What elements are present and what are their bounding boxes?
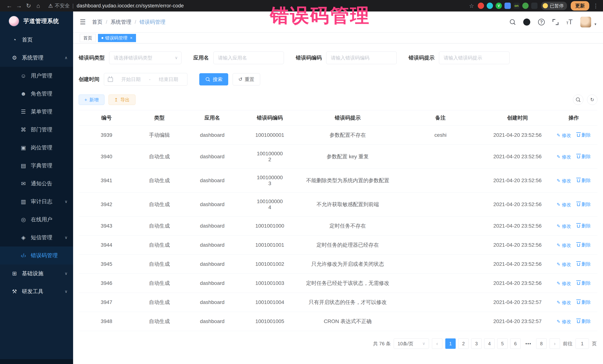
delete-link[interactable]: 删除 [577, 318, 591, 324]
sidebar-item-error-code[interactable]: ‹/›错误码管理 [0, 246, 73, 265]
app-name-input[interactable] [213, 52, 284, 64]
delete-link[interactable]: 删除 [577, 299, 591, 305]
extension-puzzle-icon[interactable] [531, 3, 537, 9]
edit-link[interactable]: ✎修改 [557, 223, 571, 229]
edit-link[interactable]: ✎修改 [557, 242, 571, 248]
sidebar-item-infra[interactable]: ⊞基础设施∨ [0, 265, 73, 282]
error-type-select[interactable] [109, 52, 181, 64]
extension-green-paw-icon[interactable] [522, 3, 529, 9]
sidebar-item-online-user[interactable]: ◎在线用户 [0, 210, 73, 229]
close-icon[interactable]: × [130, 36, 132, 40]
delete-link[interactable]: 删除 [577, 242, 591, 248]
delete-link[interactable]: 删除 [577, 223, 591, 229]
page-button-5[interactable]: 5 [497, 338, 508, 349]
cell-msg: 不能删除类型为系统内置的参数配置 [300, 169, 396, 193]
table-row: 3948 自动生成 dashboard 1001001005 CRON 表达式不… [79, 312, 597, 331]
goto-page-input[interactable] [576, 338, 589, 349]
extension-on-badge-icon[interactable]: on [513, 3, 520, 9]
update-button[interactable]: 更新 [571, 1, 589, 11]
extension-red-circle-icon[interactable] [478, 3, 484, 9]
page-button-6[interactable]: 6 [510, 338, 521, 349]
chevron-down-icon: ∨ [65, 289, 68, 294]
avatar-caret-icon[interactable]: ▾ [594, 22, 596, 26]
delete-link[interactable]: 删除 [577, 201, 591, 207]
sidebar-item-dept[interactable]: ⌘部门管理 [0, 121, 73, 139]
edit-link[interactable]: ✎修改 [557, 280, 571, 287]
help-icon[interactable] [538, 19, 545, 25]
sidebar-item-role[interactable]: ☻角色管理 [0, 85, 73, 103]
fullscreen-icon[interactable] [553, 19, 558, 25]
sidebar-item-system[interactable]: ⚙系统管理∧ [0, 49, 73, 67]
paused-badge[interactable]: 已暂停 [541, 2, 567, 10]
edit-link[interactable]: ✎修改 [557, 299, 571, 306]
edit-link[interactable]: ✎修改 [557, 202, 571, 208]
page-button-2[interactable]: 2 [458, 338, 469, 349]
next-page-button[interactable]: › [550, 338, 560, 349]
sidebar-item-audit-log[interactable]: ▥审计日志∨ [0, 193, 73, 210]
extension-teal-drop-icon[interactable] [487, 3, 493, 9]
edit-link[interactable]: ✎修改 [557, 154, 571, 160]
page-button-8[interactable]: 8 [536, 338, 547, 349]
delete-link[interactable]: 删除 [577, 177, 591, 184]
table-row: 3946 自动生成 dashboard 1001001003 定时任务已经处于该… [79, 274, 597, 293]
page-size-select[interactable] [394, 338, 429, 349]
browser-menu-icon[interactable]: ⋮ [593, 3, 599, 9]
address-bar[interactable]: ⚠ 不安全 | dashboard.yudao.iocoder.cn/syste… [48, 2, 469, 9]
refresh-button[interactable]: ↻ [587, 95, 597, 105]
tab-错误码管理[interactable]: 错误码管理× [98, 34, 136, 42]
page-button-3[interactable]: 3 [471, 338, 482, 349]
breadcrumb-item[interactable]: 首页 [92, 19, 103, 26]
export-button[interactable]: ↥ 导出 [109, 95, 135, 105]
delete-link[interactable]: 删除 [577, 280, 591, 286]
edit-link[interactable]: ✎修改 [557, 261, 571, 267]
extension-icons: Von [478, 3, 537, 9]
delete-link[interactable]: 删除 [577, 261, 591, 267]
add-button[interactable]: + 新增 [79, 95, 104, 105]
page-button-4[interactable]: 4 [484, 338, 495, 349]
forward-icon[interactable]: → [14, 2, 24, 9]
sidebar-item-user[interactable]: ☺用户管理 [0, 67, 73, 85]
app-logo[interactable]: 芋道管理系统 [0, 11, 73, 31]
font-size-icon[interactable] [566, 18, 573, 26]
breadcrumb-item[interactable]: 系统管理 [111, 19, 131, 26]
error-code-input[interactable] [326, 52, 397, 64]
cell-code: 100100000 3 [240, 169, 300, 193]
reload-icon[interactable]: ↻ [24, 2, 33, 9]
page-button-ellipsis[interactable]: ••• [523, 338, 533, 349]
tab-首页[interactable]: 首页 [80, 34, 96, 42]
extension-green-v-icon[interactable]: V [496, 3, 502, 9]
sidebar-item-sms[interactable]: ◈短信管理∨ [0, 229, 73, 246]
page-buttons: 123456•••8 [445, 338, 547, 349]
cell-type: 手动编辑 [134, 126, 185, 145]
sidebar-item-dict[interactable]: ▤字典管理 [0, 157, 73, 175]
extension-blue-grid-icon[interactable] [504, 3, 511, 9]
refresh-icon: ↻ [590, 97, 594, 103]
error-msg-input[interactable] [439, 52, 510, 64]
edit-link[interactable]: ✎修改 [557, 178, 571, 184]
delete-link[interactable]: 删除 [577, 132, 591, 138]
github-icon[interactable] [523, 19, 530, 26]
search-icon[interactable] [510, 19, 515, 25]
breadcrumb-item[interactable]: 错误码管理 [139, 19, 165, 26]
sidebar-item-menu[interactable]: ☰菜单管理 [0, 103, 73, 121]
page-button-1[interactable]: 1 [445, 338, 456, 349]
hamburger-icon[interactable]: ☰ [80, 18, 86, 26]
reset-button[interactable]: ↺ 重置 [233, 73, 260, 86]
search-button[interactable]: 搜索 [199, 73, 228, 86]
edit-link[interactable]: ✎修改 [557, 132, 571, 138]
prev-page-button[interactable]: ‹ [432, 338, 442, 349]
bookmark-star-icon[interactable]: ☆ [469, 3, 474, 9]
user-avatar[interactable] [580, 17, 591, 27]
sidebar-item-notice[interactable]: ✉通知公告 [0, 175, 73, 193]
smiley-face-icon [543, 3, 548, 8]
toggle-search-button[interactable] [573, 95, 583, 105]
back-icon[interactable]: ← [4, 2, 14, 9]
sidebar-item-home[interactable]: ◔首页 [0, 31, 73, 49]
date-range-picker[interactable]: 开始日期 - 结束日期 [104, 73, 187, 86]
edit-link[interactable]: ✎修改 [557, 319, 571, 325]
sidebar-item-devtools[interactable]: ⚒研发工具∨ [0, 282, 73, 300]
browser-home-icon[interactable]: ⌂ [33, 2, 43, 9]
cell-type: 自动生成 [134, 236, 185, 255]
delete-link[interactable]: 删除 [577, 154, 591, 160]
sidebar-item-post[interactable]: ▣岗位管理 [0, 139, 73, 157]
